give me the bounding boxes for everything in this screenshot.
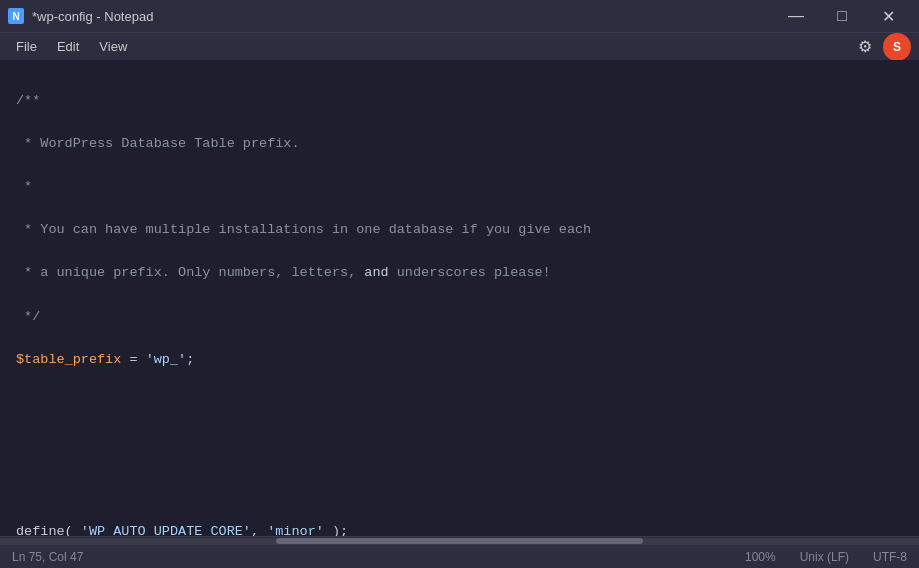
code-line: * a unique prefix. Only numbers, letters… — [16, 262, 903, 284]
code-line: * — [16, 176, 903, 198]
minimize-button[interactable]: — — [773, 0, 819, 32]
code-line — [16, 392, 903, 414]
title-bar-controls: — □ ✕ — [773, 0, 911, 32]
zoom-level: 100% — [745, 550, 776, 564]
title-bar: N *wp-config - Notepad — □ ✕ — [0, 0, 919, 32]
horizontal-scrollbar[interactable] — [0, 536, 919, 544]
code-line: * WordPress Database Table prefix. — [16, 133, 903, 155]
code-line — [16, 435, 903, 457]
menu-file[interactable]: File — [8, 36, 45, 57]
menu-bar: File Edit View ⚙ S — [0, 32, 919, 60]
menu-bar-right: ⚙ S — [851, 33, 911, 61]
code-line: define( 'WP_AUTO_UPDATE_CORE', 'minor' )… — [16, 521, 903, 536]
close-button[interactable]: ✕ — [865, 0, 911, 32]
line-ending: Unix (LF) — [800, 550, 849, 564]
code-line: * You can have multiple installations in… — [16, 219, 903, 241]
status-bar: Ln 75, Col 47 100% Unix (LF) UTF-8 — [0, 544, 919, 568]
code-content: /** * WordPress Database Table prefix. *… — [16, 68, 903, 536]
maximize-button[interactable]: □ — [819, 0, 865, 32]
status-right: 100% Unix (LF) UTF-8 — [745, 550, 907, 564]
app-icon: N — [8, 8, 24, 24]
code-line — [16, 478, 903, 500]
scrollbar-track — [0, 538, 919, 544]
editor-area[interactable]: /** * WordPress Database Table prefix. *… — [0, 60, 919, 536]
code-line: */ — [16, 306, 903, 328]
user-avatar-button[interactable]: S — [883, 33, 911, 61]
window-title: *wp-config - Notepad — [32, 9, 153, 24]
code-line: $table_prefix = 'wp_'; — [16, 349, 903, 371]
cursor-position: Ln 75, Col 47 — [12, 550, 83, 564]
menu-view[interactable]: View — [91, 36, 135, 57]
code-line: /** — [16, 90, 903, 112]
title-bar-left: N *wp-config - Notepad — [8, 8, 153, 24]
encoding: UTF-8 — [873, 550, 907, 564]
settings-gear-button[interactable]: ⚙ — [851, 35, 879, 59]
menu-edit[interactable]: Edit — [49, 36, 87, 57]
scrollbar-thumb[interactable] — [276, 538, 644, 544]
